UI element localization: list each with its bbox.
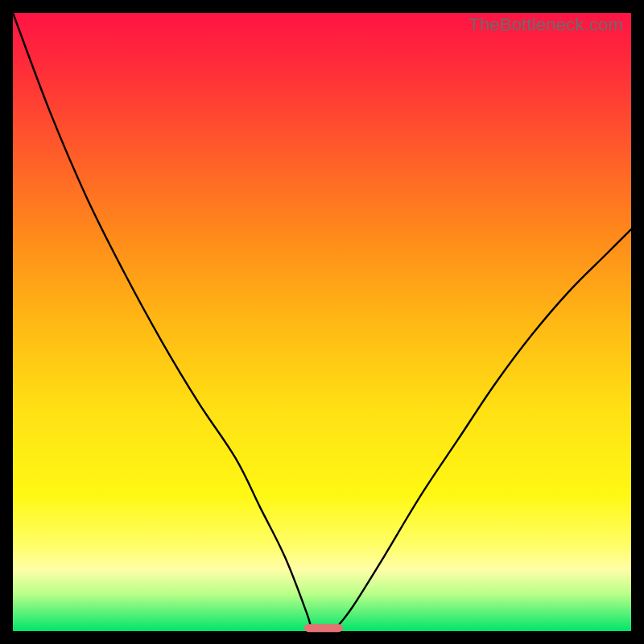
curve-left-path [13, 13, 311, 628]
minimum-marker [304, 624, 343, 632]
plot-area: TheBottleneck.com [13, 13, 631, 631]
chart-svg [13, 13, 631, 631]
chart-frame: TheBottleneck.com [0, 0, 644, 644]
curve-right-path [336, 229, 631, 628]
